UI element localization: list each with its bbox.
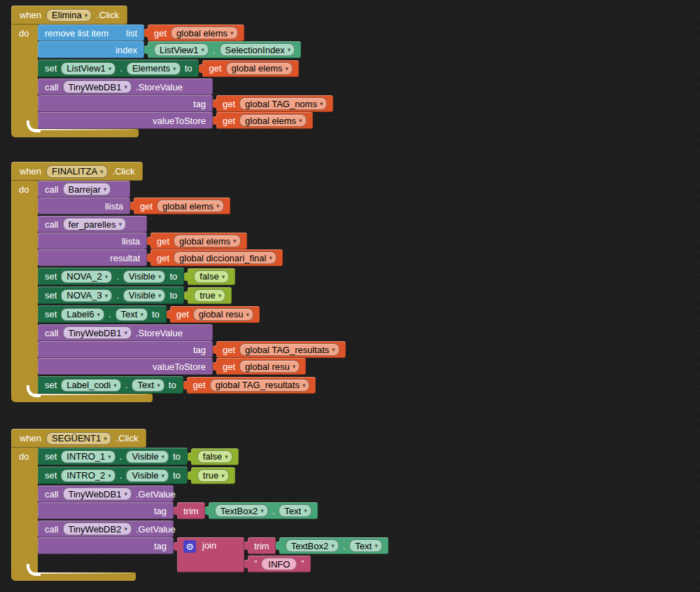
property-dropdown[interactable]: Visible▾ [126, 469, 169, 482]
arg-row-tag[interactable]: tag [38, 502, 174, 519]
remove-list-item-block[interactable]: remove list item list get global elems▾ … [38, 25, 301, 58]
set-property-block[interactable]: set Label_codi▾ . Text▾ to [38, 376, 183, 394]
get-variable-block[interactable]: get global elems▾ [150, 233, 247, 249]
set-property-block[interactable]: set ListView1▾ . Elements▾ to [38, 60, 199, 77]
variable-dropdown[interactable]: global TAG_resultats▾ [239, 343, 340, 356]
blocks-workspace[interactable]: { "colors": { "bg": "#1e1e1e", "event": … [0, 0, 700, 592]
logic-dropdown[interactable]: true▾ [197, 469, 229, 482]
trim-block[interactable]: trim [248, 537, 276, 554]
call-procedure-barrejar-block[interactable]: call Barrejar▾ llista get global elems▾ [38, 181, 230, 214]
property-dropdown[interactable]: Text▾ [349, 539, 382, 552]
logic-value-block[interactable]: true▾ [191, 467, 235, 484]
set-property-block[interactable]: set Label6▾ . Text▾ to [38, 305, 167, 323]
component-property-getter-block[interactable]: TextBox2▾ . Text▾ [209, 502, 318, 519]
call-getvalue-block[interactable]: call TinyWebDB2▾ .GetValue tag ⚙ join [38, 521, 388, 572]
event-component-dropdown[interactable]: FINALITZA▾ [46, 165, 108, 178]
component-dropdown[interactable]: NOVA_2▾ [61, 270, 112, 283]
string-value-field[interactable]: INFO [261, 558, 297, 570]
remove-list-item-row-index[interactable]: index [38, 41, 144, 58]
event-header[interactable]: when SEGÜENT1▾ .Click [11, 429, 146, 448]
set-property-block[interactable]: set INTRO_2▾ . Visible▾ to [38, 467, 188, 484]
set-property-block[interactable]: set NOVA_2▾ . Visible▾ to [38, 268, 184, 285]
variable-dropdown[interactable]: global elems▾ [226, 62, 293, 75]
get-variable-block[interactable]: get global elems▾ [216, 112, 313, 129]
logic-value-block[interactable]: false▾ [191, 448, 239, 465]
component-dropdown[interactable]: NOVA_3▾ [61, 289, 112, 302]
arg-row-valuetostore[interactable]: valueToStore [38, 358, 213, 375]
get-variable-block[interactable]: get global TAG_noms▾ [216, 95, 333, 112]
set-property-block[interactable]: set INTRO_1▾ . Visible▾ to [38, 448, 188, 465]
variable-dropdown[interactable]: global diccionari_final▾ [174, 252, 276, 264]
event-block-finalitza-click[interactable]: when FINALITZA▾ .Click do call Barrejar▾… [11, 162, 346, 402]
property-dropdown[interactable]: Visible▾ [123, 289, 166, 302]
get-variable-block[interactable]: get global TAG_resultats▾ [216, 341, 346, 358]
component-dropdown[interactable]: TinyWebDB1▾ [63, 81, 132, 93]
event-block-elimina-click[interactable]: when Elimina▾ .Click do remove list item… [11, 6, 333, 137]
logic-value-block[interactable]: false▾ [188, 268, 235, 285]
call-method-header[interactable]: call TinyWebDB2▾ .GetValue [38, 521, 174, 537]
set-property-block[interactable]: set NOVA_3▾ . Visible▾ to [38, 287, 184, 304]
component-property-getter-block[interactable]: ListView1▾ . SelectionIndex▾ [148, 41, 301, 58]
call-storevalue-block[interactable]: call TinyWebDB1▾ .StoreValue tag get glo… [38, 324, 346, 375]
call-procedure-header[interactable]: call Barrejar▾ [38, 181, 130, 198]
arg-row-llista[interactable]: llista [38, 198, 130, 214]
arg-row-tag[interactable]: tag [38, 341, 213, 358]
component-dropdown[interactable]: ListView1▾ [61, 62, 115, 75]
join-text-block[interactable]: ⚙ join [177, 537, 244, 572]
component-dropdown[interactable]: Label_codi▾ [61, 379, 120, 392]
property-dropdown[interactable]: Text▾ [279, 504, 311, 517]
component-dropdown[interactable]: INTRO_1▾ [61, 450, 115, 463]
trim-block[interactable]: trim [177, 502, 205, 519]
call-procedure-fer-parelles-block[interactable]: call fer_parelles▾ llista get global ele… [38, 216, 283, 266]
variable-dropdown[interactable]: global elems▾ [171, 27, 238, 39]
variable-dropdown[interactable]: global elems▾ [157, 200, 224, 212]
property-dropdown[interactable]: Text▾ [115, 308, 148, 321]
property-dropdown[interactable]: SelectionIndex▾ [220, 43, 295, 56]
component-dropdown[interactable]: TextBox2▾ [286, 539, 339, 552]
get-variable-block[interactable]: get global resu▾ [170, 306, 260, 323]
component-dropdown[interactable]: INTRO_2▾ [61, 469, 115, 482]
call-method-header[interactable]: call TinyWebDB1▾ .StoreValue [38, 324, 213, 341]
get-variable-block[interactable]: get global diccionari_final▾ [150, 249, 283, 266]
arg-row-llista[interactable]: llista [38, 233, 147, 249]
event-header[interactable]: when Elimina▾ .Click [11, 6, 127, 25]
property-dropdown[interactable]: Text▾ [132, 379, 164, 392]
component-dropdown[interactable]: TinyWebDB1▾ [63, 488, 132, 500]
mutator-gear-icon[interactable]: ⚙ [183, 540, 196, 553]
call-storevalue-block[interactable]: call TinyWebDB1▾ .StoreValue tag get glo… [38, 78, 333, 129]
arg-row-tag[interactable]: tag [38, 95, 213, 112]
get-variable-block[interactable]: get global elems▾ [202, 60, 299, 77]
get-variable-block[interactable]: get global resu▾ [216, 358, 306, 375]
logic-dropdown[interactable]: true▾ [194, 289, 225, 302]
remove-list-item-row-list[interactable]: remove list item list [38, 25, 144, 41]
get-variable-block[interactable]: get global TAG_resultats▾ [187, 377, 316, 394]
arg-row-valuetostore[interactable]: valueToStore [38, 112, 213, 129]
property-dropdown[interactable]: Elements▾ [127, 62, 181, 75]
property-dropdown[interactable]: Visible▾ [126, 450, 169, 463]
component-dropdown[interactable]: Label6▾ [61, 308, 104, 321]
variable-dropdown[interactable]: global elems▾ [239, 114, 307, 127]
arg-row-resultat[interactable]: resultat [38, 249, 147, 266]
call-method-header[interactable]: call TinyWebDB1▾ .StoreValue [38, 78, 213, 95]
get-variable-block[interactable]: get global elems▾ [148, 25, 244, 41]
procedure-dropdown[interactable]: Barrejar▾ [63, 183, 111, 195]
event-header[interactable]: when FINALITZA▾ .Click [11, 162, 143, 181]
text-string-block[interactable]: " INFO " [248, 556, 311, 572]
event-block-seguent1-click[interactable]: when SEGÜENT1▾ .Click do set INTRO_1▾ . … [11, 429, 388, 581]
event-component-dropdown[interactable]: Elimina▾ [46, 9, 92, 22]
variable-dropdown[interactable]: global resu▾ [193, 308, 253, 321]
variable-dropdown[interactable]: global elems▾ [174, 235, 241, 247]
component-dropdown[interactable]: TinyWebDB2▾ [63, 523, 132, 535]
property-dropdown[interactable]: Visible▾ [123, 270, 166, 283]
component-property-getter-block[interactable]: TextBox2▾ . Text▾ [279, 537, 388, 554]
call-getvalue-block[interactable]: call TinyWebDB1▾ .GetValue tag trim Text… [38, 486, 318, 519]
component-dropdown[interactable]: ListView1▾ [154, 43, 209, 56]
variable-dropdown[interactable]: global TAG_resultats▾ [210, 379, 310, 392]
procedure-dropdown[interactable]: fer_parelles▾ [63, 218, 126, 230]
variable-dropdown[interactable]: global resu▾ [239, 360, 300, 373]
call-method-header[interactable]: call TinyWebDB1▾ .GetValue [38, 486, 174, 502]
call-procedure-header[interactable]: call fer_parelles▾ [38, 216, 147, 233]
logic-dropdown[interactable]: false▾ [194, 270, 229, 283]
logic-dropdown[interactable]: false▾ [197, 450, 232, 463]
logic-value-block[interactable]: true▾ [188, 287, 232, 304]
